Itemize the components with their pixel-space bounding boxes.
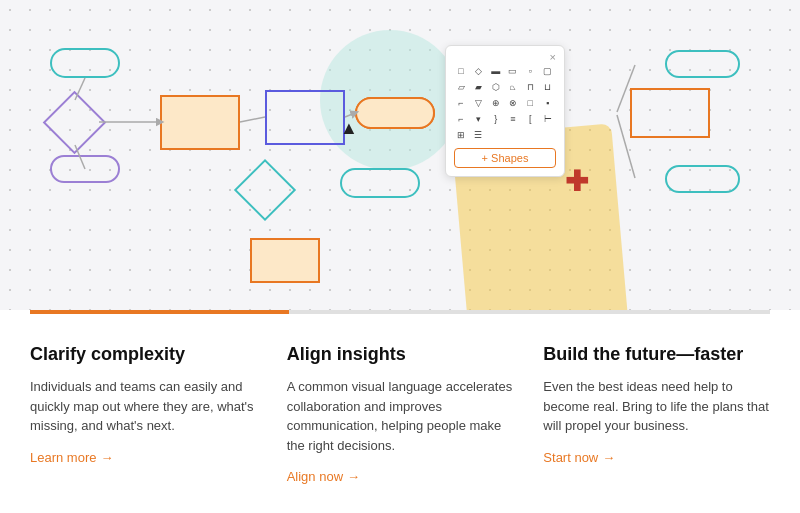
- shape-icon-trap[interactable]: ⏢: [506, 80, 520, 94]
- shapes-button[interactable]: + Shapes: [454, 148, 556, 168]
- shapes-panel: × □ ◇ ▬ ▭ ▫ ▢ ▱ ▰ ⬡ ⏢ ⊓ ⊔ ⌐ ▽ ⊕ ⊗ □ ▪ ⌐ …: [445, 45, 565, 177]
- shape-orange-small: [250, 238, 320, 283]
- shape-icon-circle-cross[interactable]: ⊕: [489, 96, 503, 110]
- shape-teal-pill-bottom-right: [665, 165, 740, 193]
- shape-teal-pill-center: [340, 168, 420, 198]
- orange-plus-icon: ✚: [565, 165, 588, 198]
- shapes-icon-grid: □ ◇ ▬ ▭ ▫ ▢ ▱ ▰ ⬡ ⏢ ⊓ ⊔ ⌐ ▽ ⊕ ⊗ □ ▪ ⌐ ▾ …: [454, 64, 556, 142]
- shape-icon-diamond[interactable]: ◇: [471, 64, 485, 78]
- shape-orange-rect-right: [630, 88, 710, 138]
- feature-build-link-arrow: →: [602, 450, 615, 465]
- progress-bar-fill: [30, 310, 289, 314]
- shape-icon-sm2[interactable]: ▪: [541, 96, 555, 110]
- shape-icon-circle-x[interactable]: ⊗: [506, 96, 520, 110]
- feature-clarify-link[interactable]: Learn more →: [30, 450, 257, 465]
- shape-icon-tri[interactable]: ▾: [471, 112, 485, 126]
- shape-blue-rect: [265, 90, 345, 145]
- cursor-icon: ▲: [340, 118, 358, 139]
- feature-align: Align insights A common visual language …: [287, 344, 544, 484]
- shape-icon-square[interactable]: □: [454, 64, 468, 78]
- feature-build-link[interactable]: Start now →: [543, 450, 770, 465]
- shape-icon-v[interactable]: ▽: [471, 96, 485, 110]
- shape-icon-cyl2[interactable]: ⊔: [541, 80, 555, 94]
- hero-section: ▲ ✚ × □: [0, 0, 800, 310]
- feature-align-link-label: Align now: [287, 469, 343, 484]
- feature-clarify-link-label: Learn more: [30, 450, 96, 465]
- shape-icon-rect3[interactable]: ▫: [523, 64, 537, 78]
- svg-line-1: [240, 117, 265, 122]
- feature-align-title: Align insights: [287, 344, 514, 365]
- shape-icon-lines[interactable]: ≡: [506, 112, 520, 126]
- shape-icon-l1[interactable]: ⌐: [454, 96, 468, 110]
- feature-align-body: A common visual language accelerates col…: [287, 377, 514, 455]
- feature-align-link[interactable]: Align now →: [287, 469, 514, 484]
- feature-build-body: Even the best ideas need help to become …: [543, 377, 770, 436]
- feature-build-title: Build the future—faster: [543, 344, 770, 365]
- shape-icon-para1[interactable]: ▱: [454, 80, 468, 94]
- shape-teal-pill-top-right: [665, 50, 740, 78]
- feature-build: Build the future—faster Even the best id…: [543, 344, 770, 484]
- shape-bottom-left-pill: [50, 155, 120, 183]
- shape-icon-bracket[interactable]: [: [523, 112, 537, 126]
- shape-icon-sm1[interactable]: □: [523, 96, 537, 110]
- feature-clarify-link-arrow: →: [100, 450, 113, 465]
- shape-icon-cyl[interactable]: ⊓: [523, 80, 537, 94]
- shape-icon-para2[interactable]: ▰: [471, 80, 485, 94]
- feature-clarify-body: Individuals and teams can easily and qui…: [30, 377, 257, 436]
- shape-teal-diamond: [234, 159, 296, 221]
- shape-icon-grid[interactable]: ⊞: [454, 128, 468, 142]
- shape-icon-rect1[interactable]: ▬: [489, 64, 503, 78]
- shape-icon-rect4[interactable]: ▢: [541, 64, 555, 78]
- progress-bar-container: [30, 310, 770, 314]
- shape-teal-pill-right: [355, 97, 435, 129]
- features-section: Clarify complexity Individuals and teams…: [0, 314, 800, 504]
- feature-align-link-arrow: →: [347, 469, 360, 484]
- panel-close-button[interactable]: ×: [550, 51, 556, 63]
- shape-icon-brace[interactable]: }: [489, 112, 503, 126]
- shape-icon-tee[interactable]: ⊢: [541, 112, 555, 126]
- shape-icon-rect2[interactable]: ▭: [506, 64, 520, 78]
- features-grid: Clarify complexity Individuals and teams…: [30, 314, 770, 504]
- feature-clarify-title: Clarify complexity: [30, 344, 257, 365]
- shape-diamond-left: [43, 91, 107, 155]
- shape-icon-list[interactable]: ☰: [471, 128, 485, 142]
- shape-orange-rect: [160, 95, 240, 150]
- shape-top-left-pill: [50, 48, 120, 78]
- shape-icon-hex[interactable]: ⬡: [489, 80, 503, 94]
- feature-build-link-label: Start now: [543, 450, 598, 465]
- feature-clarify: Clarify complexity Individuals and teams…: [30, 344, 287, 484]
- shape-icon-corner[interactable]: ⌐: [454, 112, 468, 126]
